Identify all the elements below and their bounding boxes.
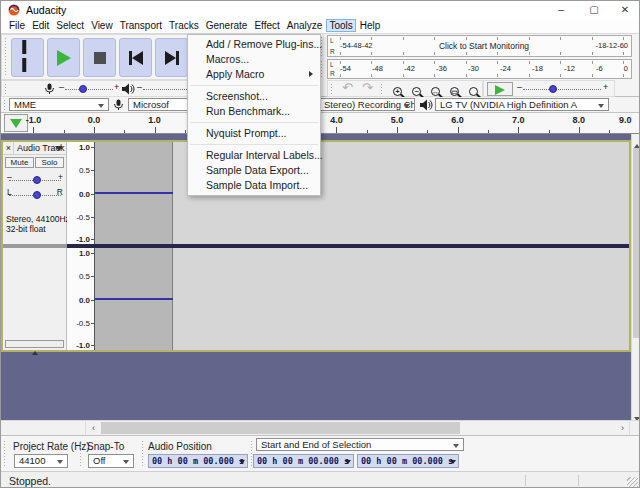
recording-channels-select[interactable]: Stereo) Recording Chai [319,98,415,111]
speed-slider-minus: – [517,82,522,92]
maximize-button[interactable]: ▢ [579,1,609,19]
channel-right[interactable] [95,248,629,350]
vertical-scrollbar-thumb[interactable] [633,148,640,338]
toolbar-grip[interactable] [79,440,83,467]
audio-position-field[interactable]: 00 h 00 m 00.000 s [148,454,248,468]
play-at-speed-toolbar: – + [483,80,615,97]
stop-button[interactable] [83,38,116,77]
pause-button[interactable] [11,38,44,77]
menu-separator [190,144,318,145]
toolbar-grip[interactable] [3,99,7,110]
skip-to-start-button[interactable] [119,38,152,77]
scroll-down-button[interactable] [632,407,640,420]
toolbar-grip[interactable] [4,37,8,77]
track-close-button[interactable]: × [4,142,14,154]
recording-meter-box[interactable]: LR -54-48-42Click to Start Monitoring-18… [327,35,632,57]
close-button[interactable]: ✕ [610,1,640,19]
menu-item-run-benchmark[interactable]: Run Benchmark... [188,104,320,119]
zoom-selection-button[interactable]: ↔ [426,82,445,95]
record-slider-plus: + [114,82,119,92]
playback-slider-minus: – [137,82,142,92]
toolbar-grip[interactable] [330,83,334,94]
recording-volume-slider[interactable] [65,85,113,94]
zoom-out-button[interactable]: − [407,82,426,95]
playback-device-select[interactable]: LG TV (NVIDIA High Definition A [435,98,609,111]
track-format-info: Stereo, 44100Hz 32-bit float [6,214,70,234]
timeline-label: 8.0 [573,115,586,125]
menubar-item-generate[interactable]: Generate [203,19,251,32]
time-field-menu-icon[interactable] [450,460,456,464]
gain-slider[interactable] [9,176,61,185]
toolbar-grip[interactable] [4,83,8,94]
menubar-item-file[interactable]: File [6,19,28,32]
vu-label: 0.0 [79,296,90,305]
minimize-button[interactable]: – [546,1,576,19]
slider-thumb[interactable] [33,191,41,199]
slider-thumb[interactable] [79,85,87,93]
scroll-up-button[interactable] [632,134,640,147]
menu-item-macros[interactable]: Macros... [188,52,320,67]
menu-item-screenshot[interactable]: Screenshot... [188,89,320,104]
track-menu-icon[interactable] [55,146,63,151]
menu-item-regular-interval-labels[interactable]: Regular Interval Labels... [188,148,320,163]
menu-item-apply-macro[interactable]: Apply Macro [188,67,320,82]
menubar-item-effect[interactable]: Effect [251,19,282,32]
mute-button[interactable]: Mute [5,157,34,168]
solo-button[interactable]: Solo [35,157,64,168]
menu-item-nyquist-prompt[interactable]: Nyquist Prompt... [188,126,320,141]
play-at-speed-button[interactable] [487,82,513,96]
toolbar-grip[interactable] [141,440,145,467]
menu-item-sample-data-export[interactable]: Sample Data Export... [188,163,320,178]
menubar-item-help[interactable]: Help [357,19,384,32]
pinned-play-head-button[interactable] [4,114,28,132]
selection-mode-select[interactable]: Start and End of Selection [256,438,464,451]
menubar-item-view[interactable]: View [88,19,116,32]
menubar-item-edit[interactable]: Edit [29,19,52,32]
snap-to-select[interactable]: Off [88,454,134,468]
recording-meter[interactable]: LR -54-48-42Click to Start Monitoring-18… [319,34,633,58]
time-field-menu-icon[interactable] [345,460,351,464]
time-field-menu-icon[interactable] [239,460,245,464]
menubar-item-tracks[interactable]: Tracks [166,19,202,32]
menu-item-sample-data-import[interactable]: Sample Data Import... [188,178,320,193]
monitoring-message[interactable]: Click to Start Monitoring [373,41,596,51]
audio-host-select[interactable]: MME [9,98,109,111]
window-resize-grip[interactable] [627,477,638,488]
recording-channels-value: Stereo) Recording Chai [324,99,415,110]
zoom-in-button[interactable]: + [388,82,407,95]
selection-start-field[interactable]: 00 h 00 m 00.000 s [253,454,354,468]
track-collapse-button[interactable] [5,340,64,348]
toolbar-grip[interactable] [380,83,384,94]
menubar-item-select[interactable]: Select [53,19,87,32]
timeline-minor-tick [549,130,550,133]
playback-meter-box[interactable]: LR -54-48-42-36-30-24-18-12-60 [327,59,632,79]
skip-to-end-button[interactable] [155,38,188,77]
play-button[interactable] [47,38,80,77]
horizontal-scrollbar-thumb[interactable] [101,422,460,434]
slider-track [523,89,601,90]
track-header: × Audio Track [3,142,66,155]
menubar-item-tools[interactable]: Tools [326,19,355,32]
playback-meter[interactable]: LR -54-48-42-36-30-24-18-12-60 [319,58,633,80]
slider-thumb[interactable] [33,176,41,184]
slider-thumb[interactable] [549,85,557,93]
channel-left[interactable] [95,142,629,244]
selection-end-field[interactable]: 00 h 00 m 00.000 s [357,454,459,468]
zoom-toggle-button[interactable] [464,82,483,95]
zoom-fit-icon: ▭ [450,87,459,96]
toolbar-grip[interactable] [3,440,7,467]
horizontal-scrollbar[interactable]: ‹ › [1,420,639,435]
menubar-item-analyze[interactable]: Analyze [284,19,326,32]
zoom-fit-button[interactable]: ▭ [445,82,464,95]
undo-button[interactable]: ↶ [338,80,357,93]
playback-speed-slider[interactable] [523,85,601,94]
menu-item-add-remove-plug-ins[interactable]: Add / Remove Plug-ins... [188,37,320,52]
vertical-scrollbar[interactable] [631,134,640,420]
pan-slider[interactable] [9,191,61,200]
audio-position-value: 00 h 00 m 00.000 s [152,456,244,466]
redo-button[interactable]: ↷ [358,80,377,93]
scroll-left-button[interactable]: ‹ [86,421,101,435]
project-rate-select[interactable]: 44100 [14,454,68,468]
menubar-item-transport[interactable]: Transport [117,19,165,32]
scroll-right-button[interactable]: › [615,421,630,435]
